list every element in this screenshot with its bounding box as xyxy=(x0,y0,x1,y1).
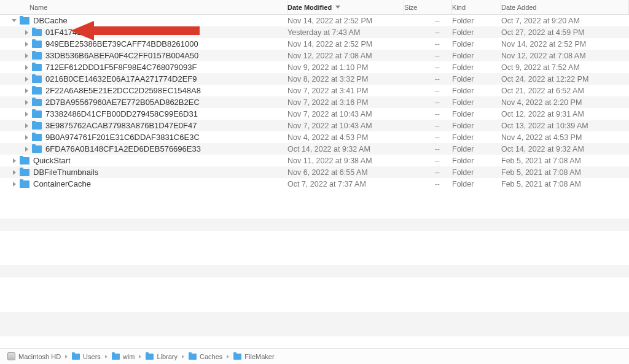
cell-name: 2F22A6A8E5E21E2DCC2D2598EC1548A8 xyxy=(0,86,287,95)
chevron-right-icon[interactable] xyxy=(23,123,29,129)
column-header: Name Date Modified Size Kind Date Added xyxy=(0,0,629,15)
column-header-date-added[interactable]: Date Added xyxy=(501,0,629,14)
table-row[interactable]: 01F4174BFC1459D0FAEE6219F7FB4886Yesterda… xyxy=(0,26,629,38)
chevron-right-icon[interactable] xyxy=(23,76,29,82)
cell-kind: Folder xyxy=(452,75,501,83)
cell-date-added: Oct 14, 2022 at 9:32 AM xyxy=(501,145,629,153)
empty-space xyxy=(0,201,629,348)
chevron-right-icon[interactable] xyxy=(11,158,17,164)
table-row[interactable]: 0216B0CE14632E06A17AA271774D2EF9Nov 8, 2… xyxy=(0,73,629,85)
cell-kind: Folder xyxy=(452,122,501,130)
file-name: 01F4174BFC1459D0FAEE6219F7FB4886 xyxy=(45,28,197,37)
cell-kind: Folder xyxy=(452,168,501,177)
breadcrumb-label: Caches xyxy=(200,353,222,360)
cell-date-added: Oct 21, 2022 at 6:52 AM xyxy=(501,87,629,95)
chevron-right-icon[interactable] xyxy=(11,181,17,187)
table-row[interactable]: DBCacheNov 14, 2022 at 2:52 PM--FolderOc… xyxy=(0,15,629,26)
column-header-date-modified[interactable]: Date Modified xyxy=(287,0,404,14)
cell-name: 2D7BA95567960AE7E772B05AD862B2EC xyxy=(0,98,287,107)
cell-size: -- xyxy=(404,52,452,60)
file-name: 33DB536B6ABEFA0F4C2FF0157B004A50 xyxy=(45,51,198,60)
cell-kind: Folder xyxy=(452,52,501,60)
folder-icon xyxy=(20,180,29,188)
cell-date-modified: Nov 9, 2022 at 1:10 PM xyxy=(287,63,404,72)
cell-name: 712EF612DDD1F5F8F98E4C768079093F xyxy=(0,63,287,72)
breadcrumb[interactable]: wim xyxy=(112,353,135,360)
column-header-name[interactable]: Name xyxy=(0,0,287,14)
chevron-right-icon[interactable] xyxy=(23,53,29,59)
cell-kind: Folder xyxy=(452,157,501,165)
folder-icon xyxy=(32,122,42,130)
table-row[interactable]: ContainerCacheOct 7, 2022 at 7:37 AM--Fo… xyxy=(0,178,629,190)
folder-icon xyxy=(32,134,42,141)
column-label: Name xyxy=(29,4,47,11)
chevron-right-icon[interactable] xyxy=(23,134,29,141)
cell-date-added: Feb 5, 2021 at 7:08 AM xyxy=(501,157,629,165)
chevron-right-icon[interactable] xyxy=(23,88,29,94)
table-row[interactable]: DBFileThumbnailsNov 6, 2022 at 6:55 AM--… xyxy=(0,166,629,178)
cell-size: -- xyxy=(404,40,452,48)
cell-date-modified: Nov 14, 2022 at 2:52 PM xyxy=(287,17,404,25)
table-row[interactable]: 949EBE25386BE739CAFF74BDB8261000Nov 14, … xyxy=(0,38,629,50)
cell-date-modified: Nov 7, 2022 at 3:41 PM xyxy=(287,87,404,95)
cell-name: 9B0A974761F201E31C6DDAF3831C6E3C xyxy=(0,133,287,142)
cell-size: -- xyxy=(404,63,452,72)
cell-date-modified: Nov 7, 2022 at 10:43 AM xyxy=(287,110,404,118)
table-row[interactable]: QuickStartNov 11, 2022 at 9:38 AM--Folde… xyxy=(0,155,629,166)
cell-kind: Folder xyxy=(452,110,501,118)
cell-size: -- xyxy=(404,75,452,83)
chevron-right-icon[interactable] xyxy=(23,64,29,71)
breadcrumb[interactable]: FileMaker xyxy=(233,353,274,360)
file-name: 712EF612DDD1F5F8F98E4C768079093F xyxy=(45,63,197,72)
cell-kind: Folder xyxy=(452,87,501,95)
cell-name: ContainerCache xyxy=(0,179,287,188)
table-row[interactable]: 33DB536B6ABEFA0F4C2FF0157B004A50Nov 12, … xyxy=(0,50,629,61)
cell-name: 3E9875762ACAB77983A876B1D47E0F47 xyxy=(0,121,287,130)
cell-kind: Folder xyxy=(452,17,501,25)
chevron-right-icon[interactable] xyxy=(23,146,29,152)
cell-name: DBFileThumbnails xyxy=(0,168,287,177)
cell-size: -- xyxy=(404,110,452,118)
table-row[interactable]: 3E9875762ACAB77983A876B1D47E0F47Nov 7, 2… xyxy=(0,120,629,131)
breadcrumb-label: Macintosh HD xyxy=(18,353,61,360)
breadcrumb[interactable]: Users xyxy=(72,353,101,360)
column-header-kind[interactable]: Kind xyxy=(452,0,501,14)
cell-date-modified: Nov 4, 2022 at 4:53 PM xyxy=(287,133,404,142)
folder-icon xyxy=(32,145,42,153)
folder-icon xyxy=(32,29,42,36)
chevron-right-icon[interactable] xyxy=(11,169,17,176)
folder-icon xyxy=(32,110,42,118)
cell-date-modified: Nov 8, 2022 at 3:32 PM xyxy=(287,75,404,83)
disk-icon xyxy=(7,352,15,360)
folder-icon xyxy=(189,354,197,360)
chevron-right-icon[interactable] xyxy=(23,99,29,106)
table-row[interactable]: 6FDA76A0B148CF1A2ED6DEB576696E33Oct 14, … xyxy=(0,143,629,155)
cell-name: DBCache xyxy=(0,16,287,25)
file-name: DBCache xyxy=(33,16,68,25)
cell-date-modified: Oct 14, 2022 at 9:32 AM xyxy=(287,145,404,153)
column-header-size[interactable]: Size xyxy=(404,0,452,14)
folder-icon xyxy=(32,99,42,106)
folder-icon xyxy=(32,52,42,60)
cell-date-added: Nov 12, 2022 at 7:08 AM xyxy=(501,52,629,60)
table-row[interactable]: 2F22A6A8E5E21E2DCC2D2598EC1548A8Nov 7, 2… xyxy=(0,85,629,96)
cell-name: 0216B0CE14632E06A17AA271774D2EF9 xyxy=(0,74,287,83)
cell-date-added: Nov 4, 2022 at 2:20 PM xyxy=(501,98,629,107)
table-row[interactable]: 712EF612DDD1F5F8F98E4C768079093FNov 9, 2… xyxy=(0,61,629,73)
folder-icon xyxy=(32,64,42,71)
breadcrumb[interactable]: Library xyxy=(146,353,178,360)
breadcrumb[interactable]: Macintosh HD xyxy=(7,352,61,360)
chevron-right-icon[interactable] xyxy=(23,41,29,47)
cell-date-modified: Nov 12, 2022 at 7:08 AM xyxy=(287,52,404,60)
table-row[interactable]: 73382486D41CFB00DD279458C99E6D31Nov 7, 2… xyxy=(0,108,629,120)
cell-size: -- xyxy=(404,98,452,107)
cell-date-added: Feb 5, 2021 at 7:08 AM xyxy=(501,180,629,188)
breadcrumb[interactable]: Caches xyxy=(189,353,222,360)
file-name: 2F22A6A8E5E21E2DCC2D2598EC1548A8 xyxy=(45,86,201,95)
chevron-right-icon[interactable] xyxy=(23,111,29,117)
table-row[interactable]: 9B0A974761F201E31C6DDAF3831C6E3CNov 4, 2… xyxy=(0,131,629,143)
chevron-right-icon[interactable] xyxy=(23,29,29,36)
table-row[interactable]: 2D7BA95567960AE7E772B05AD862B2ECNov 7, 2… xyxy=(0,96,629,108)
cell-size: -- xyxy=(404,17,452,25)
chevron-down-icon[interactable] xyxy=(11,18,17,24)
